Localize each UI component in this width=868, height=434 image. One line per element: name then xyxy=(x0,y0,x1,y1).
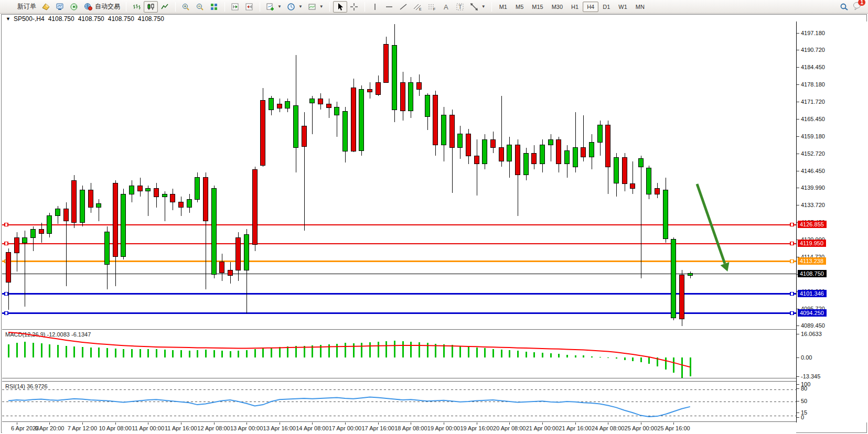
date-tick-mark xyxy=(49,422,50,425)
channel-button[interactable]: E xyxy=(411,1,425,13)
price-tick: 4190.720 xyxy=(801,47,825,53)
candle xyxy=(490,139,495,148)
zoom-in-button[interactable] xyxy=(179,1,193,13)
indicators-icon xyxy=(308,3,317,11)
zoom-out-button[interactable] xyxy=(193,1,207,13)
line-price-badge: 4113.238 xyxy=(798,257,826,265)
current-price-badge: 4108.750 xyxy=(798,270,827,277)
candle xyxy=(228,270,232,275)
candle xyxy=(441,115,446,145)
date-tick-mark xyxy=(542,422,543,425)
line-handle xyxy=(5,292,8,296)
price-tick: 4165.450 xyxy=(801,116,825,122)
timeframe-h1[interactable]: H1 xyxy=(567,2,583,12)
date-tick-mark xyxy=(673,422,674,425)
timeframe-w1[interactable]: W1 xyxy=(614,2,631,12)
vertical-line-icon xyxy=(371,3,380,11)
text-button[interactable]: A xyxy=(439,1,453,13)
candle xyxy=(113,183,117,256)
auto-trading-button[interactable]: 自动交易 xyxy=(81,1,123,13)
search-icon[interactable] xyxy=(840,3,849,11)
date-tick-mark xyxy=(181,422,181,425)
timeframe-h4[interactable]: H4 xyxy=(583,2,598,12)
candle xyxy=(671,239,676,318)
candle xyxy=(474,156,479,164)
terminal-button[interactable] xyxy=(53,1,67,13)
svg-text:A: A xyxy=(444,3,448,11)
tile-windows-button[interactable] xyxy=(207,1,221,13)
hline-button[interactable] xyxy=(382,1,397,13)
date-tick-label: 17 Apr 16:00 xyxy=(361,425,394,431)
period-button[interactable]: ▼ xyxy=(284,1,305,13)
timeframe-m15[interactable]: M15 xyxy=(528,2,547,12)
trend-arrow xyxy=(697,184,729,272)
svg-text:E: E xyxy=(419,7,422,11)
candle xyxy=(326,104,331,107)
line-price-badge: 4094.250 xyxy=(798,309,827,317)
arrows-icon xyxy=(470,3,479,11)
main-chart-pane[interactable] xyxy=(2,21,796,328)
monitor-icon xyxy=(56,3,65,11)
candle xyxy=(72,180,77,222)
line-handle xyxy=(790,260,794,263)
chart-line-button[interactable] xyxy=(158,1,172,13)
candle xyxy=(252,169,257,244)
macd-pane[interactable]: MACD(12,26,9) -12.0083 -6.1347 xyxy=(2,329,796,378)
price-tick: 4089.450 xyxy=(801,322,825,329)
arrows-button[interactable]: ▼ xyxy=(467,1,488,13)
date-tick-label: 24 Apr 08:00 xyxy=(592,425,624,431)
date-axis[interactable]: 6 Apr 20236 Apr 20:007 Apr 12:0010 Apr 0… xyxy=(2,422,796,433)
price-axis[interactable]: 4197.1804190.7204184.4504178.1804171.720… xyxy=(796,21,868,422)
signal-button[interactable] xyxy=(67,1,81,13)
candle xyxy=(30,229,35,237)
candle xyxy=(277,104,282,108)
chart-menu-icon[interactable]: ▼ xyxy=(6,16,10,21)
crosshair-button[interactable] xyxy=(347,1,361,13)
macd-axis-tick: 0.00 xyxy=(801,354,812,361)
chart-shift-button[interactable] xyxy=(228,1,242,13)
vline-button[interactable] xyxy=(368,1,382,13)
chat-button[interactable]: 1 xyxy=(853,2,862,12)
chart-bars-button[interactable] xyxy=(130,1,144,13)
candle xyxy=(556,139,561,164)
date-tick-label: 25 Apr 16:00 xyxy=(657,425,690,431)
date-tick-label: 18 Apr 08:00 xyxy=(394,425,427,431)
candle xyxy=(647,168,651,194)
candle xyxy=(195,178,200,200)
candle xyxy=(688,274,692,276)
indicators-button[interactable]: ▼ xyxy=(305,1,326,13)
date-tick-mark xyxy=(641,422,641,425)
cursor-button[interactable] xyxy=(333,1,347,13)
fibonacci-button[interactable]: F xyxy=(425,1,439,13)
chart-candles-button[interactable] xyxy=(144,1,158,13)
new-chart-icon xyxy=(266,3,275,11)
candle xyxy=(614,158,618,183)
timeframe-m30[interactable]: M30 xyxy=(548,2,567,12)
candle xyxy=(597,125,602,142)
candle xyxy=(178,202,183,208)
rsi-axis-tick: 0 xyxy=(801,414,804,420)
gold-button[interactable] xyxy=(39,1,53,13)
trendline-button[interactable] xyxy=(397,1,411,13)
rsi-pane[interactable]: RSI(14) 36.9726 xyxy=(2,381,796,422)
horizontal-line-icon xyxy=(385,3,394,11)
timeframe-m5[interactable]: M5 xyxy=(511,2,528,12)
line-price-badge: 4101.346 xyxy=(798,290,827,297)
candle xyxy=(573,148,577,167)
candle xyxy=(499,148,503,161)
timeframe-mn[interactable]: MN xyxy=(631,2,649,12)
timeframe-m1[interactable]: M1 xyxy=(495,2,511,12)
text-label-button[interactable]: T xyxy=(453,1,467,13)
candle xyxy=(606,125,610,167)
candle xyxy=(97,203,101,208)
timeframe-d1[interactable]: D1 xyxy=(598,2,614,12)
line-handle xyxy=(5,223,8,226)
date-tick-mark xyxy=(345,422,346,425)
fibonacci-icon: F xyxy=(427,3,436,11)
new-order-button[interactable]: 新订单 xyxy=(4,1,39,13)
macd-signal-line xyxy=(8,332,690,367)
new-chart-button[interactable]: ▼ xyxy=(263,1,284,13)
price-tick: 4146.450 xyxy=(801,168,825,174)
auto-scroll-button[interactable] xyxy=(242,1,256,13)
price-tick: 4139.990 xyxy=(801,185,825,191)
